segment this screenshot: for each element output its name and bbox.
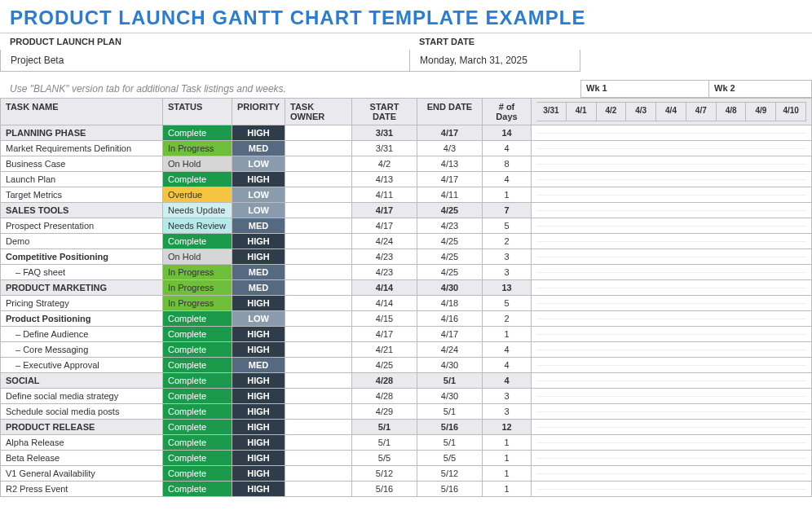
task-name-cell[interactable]: PRODUCT RELEASE xyxy=(0,420,163,435)
owner-cell[interactable] xyxy=(285,125,352,141)
owner-cell[interactable] xyxy=(285,404,352,420)
end-date-cell[interactable]: 5/5 xyxy=(417,451,483,466)
end-date-cell[interactable]: 4/25 xyxy=(417,234,483,249)
task-name-cell[interactable]: – Define Audience xyxy=(0,327,163,342)
task-name-cell[interactable]: Define social media strategy xyxy=(0,389,163,404)
status-cell[interactable]: Complete xyxy=(163,466,232,482)
task-name-cell[interactable]: Beta Release xyxy=(0,451,163,466)
days-cell[interactable]: 3 xyxy=(483,404,532,420)
owner-cell[interactable] xyxy=(285,435,352,451)
task-name-cell[interactable]: Schedule social media posts xyxy=(0,404,163,420)
end-date-cell[interactable]: 4/24 xyxy=(417,342,483,358)
task-name-cell[interactable]: PLANNING PHASE xyxy=(0,125,163,141)
end-date-cell[interactable]: 4/30 xyxy=(417,280,483,296)
status-cell[interactable]: In Progress xyxy=(163,141,232,156)
task-name-cell[interactable]: – FAQ sheet xyxy=(0,265,163,280)
owner-cell[interactable] xyxy=(285,311,352,327)
end-date-cell[interactable]: 5/1 xyxy=(417,435,483,451)
priority-cell[interactable]: HIGH xyxy=(232,172,285,187)
hdr-status[interactable]: STATUS xyxy=(163,98,232,125)
end-date-cell[interactable]: 4/13 xyxy=(417,156,483,172)
days-cell[interactable]: 4 xyxy=(483,358,532,373)
start-date-cell[interactable]: 5/1 xyxy=(352,420,417,435)
priority-cell[interactable]: LOW xyxy=(232,156,285,172)
task-name-cell[interactable]: Product Positioning xyxy=(0,311,163,327)
hdr-owner[interactable]: TASK OWNER xyxy=(285,98,352,125)
start-date-cell[interactable]: 4/17 xyxy=(352,218,417,234)
priority-cell[interactable]: HIGH xyxy=(232,342,285,358)
priority-cell[interactable]: LOW xyxy=(232,187,285,203)
priority-cell[interactable]: HIGH xyxy=(232,327,285,342)
status-cell[interactable]: Complete xyxy=(163,342,232,358)
priority-cell[interactable]: HIGH xyxy=(232,249,285,265)
status-cell[interactable]: In Progress xyxy=(163,280,232,296)
start-date-cell[interactable]: 4/28 xyxy=(352,389,417,404)
end-date-cell[interactable]: 5/1 xyxy=(417,373,483,389)
status-cell[interactable]: Overdue xyxy=(163,187,232,203)
priority-cell[interactable]: HIGH xyxy=(232,234,285,249)
days-cell[interactable]: 14 xyxy=(483,125,532,141)
task-name-cell[interactable]: – Executive Approval xyxy=(0,358,163,373)
owner-cell[interactable] xyxy=(285,280,352,296)
end-date-cell[interactable]: 5/16 xyxy=(417,420,483,435)
end-date-cell[interactable]: 4/30 xyxy=(417,358,483,373)
priority-cell[interactable]: HIGH xyxy=(232,404,285,420)
priority-cell[interactable]: LOW xyxy=(232,311,285,327)
end-date-cell[interactable]: 5/1 xyxy=(417,404,483,420)
owner-cell[interactable] xyxy=(285,342,352,358)
days-cell[interactable]: 4 xyxy=(483,141,532,156)
hdr-start[interactable]: START DATE xyxy=(352,98,417,125)
start-date-cell[interactable]: 5/5 xyxy=(352,451,417,466)
start-date-cell[interactable]: 4/25 xyxy=(352,358,417,373)
owner-cell[interactable] xyxy=(285,451,352,466)
priority-cell[interactable]: MED xyxy=(232,358,285,373)
end-date-cell[interactable]: 4/17 xyxy=(417,125,483,141)
priority-cell[interactable]: HIGH xyxy=(232,420,285,435)
owner-cell[interactable] xyxy=(285,389,352,404)
days-cell[interactable]: 7 xyxy=(483,203,532,218)
end-date-cell[interactable]: 4/17 xyxy=(417,327,483,342)
end-date-cell[interactable]: 5/16 xyxy=(417,482,483,497)
start-date-cell[interactable]: 5/12 xyxy=(352,466,417,482)
status-cell[interactable]: Complete xyxy=(163,234,232,249)
task-name-cell[interactable]: Business Case xyxy=(0,156,163,172)
priority-cell[interactable]: HIGH xyxy=(232,451,285,466)
days-cell[interactable]: 5 xyxy=(483,218,532,234)
priority-cell[interactable]: MED xyxy=(232,141,285,156)
start-date-cell[interactable]: 4/13 xyxy=(352,172,417,187)
end-date-cell[interactable]: 4/16 xyxy=(417,311,483,327)
start-date-cell[interactable]: 4/11 xyxy=(352,187,417,203)
task-name-cell[interactable]: V1 General Availability xyxy=(0,466,163,482)
start-date-cell[interactable]: 5/16 xyxy=(352,482,417,497)
end-date-cell[interactable]: 4/18 xyxy=(417,296,483,311)
owner-cell[interactable] xyxy=(285,296,352,311)
status-cell[interactable]: Complete xyxy=(163,327,232,342)
hdr-end[interactable]: END DATE xyxy=(417,98,483,125)
days-cell[interactable]: 4 xyxy=(483,373,532,389)
status-cell[interactable]: Complete xyxy=(163,451,232,466)
priority-cell[interactable]: HIGH xyxy=(232,435,285,451)
end-date-cell[interactable]: 5/12 xyxy=(417,466,483,482)
owner-cell[interactable] xyxy=(285,172,352,187)
start-date-cell[interactable]: 4/29 xyxy=(352,404,417,420)
status-cell[interactable]: Needs Update xyxy=(163,203,232,218)
priority-cell[interactable]: HIGH xyxy=(232,125,285,141)
owner-cell[interactable] xyxy=(285,373,352,389)
days-cell[interactable]: 1 xyxy=(483,327,532,342)
owner-cell[interactable] xyxy=(285,156,352,172)
end-date-cell[interactable]: 4/23 xyxy=(417,218,483,234)
start-date-cell[interactable]: 3/31 xyxy=(352,141,417,156)
status-cell[interactable]: Complete xyxy=(163,358,232,373)
status-cell[interactable]: Complete xyxy=(163,311,232,327)
project-name-input[interactable]: Project Beta xyxy=(0,50,409,72)
days-cell[interactable]: 3 xyxy=(483,265,532,280)
priority-cell[interactable]: HIGH xyxy=(232,389,285,404)
priority-cell[interactable]: HIGH xyxy=(232,482,285,497)
status-cell[interactable]: Complete xyxy=(163,420,232,435)
days-cell[interactable]: 12 xyxy=(483,420,532,435)
hdr-task[interactable]: TASK NAME xyxy=(0,98,163,125)
task-name-cell[interactable]: SOCIAL xyxy=(0,373,163,389)
start-date-cell[interactable]: 3/31 xyxy=(352,125,417,141)
owner-cell[interactable] xyxy=(285,327,352,342)
owner-cell[interactable] xyxy=(285,203,352,218)
